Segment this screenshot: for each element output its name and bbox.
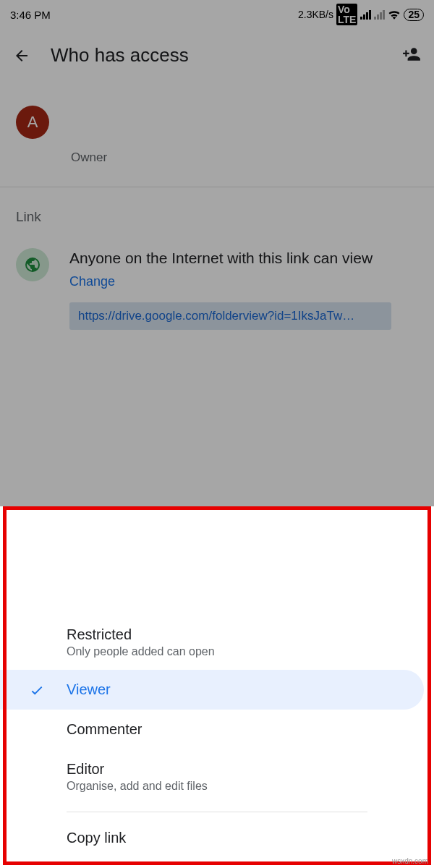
- status-time: 3:46 PM: [10, 9, 51, 21]
- option-title: Viewer: [67, 681, 408, 698]
- person-add-icon: [402, 45, 421, 64]
- copy-link-button[interactable]: Copy link: [0, 818, 434, 858]
- option-subtitle: Organise, add and edit files: [67, 780, 418, 793]
- copy-link-label: Copy link: [67, 830, 418, 846]
- owner-role: Owner: [71, 150, 418, 165]
- option-commenter[interactable]: Commenter: [0, 710, 434, 749]
- access-page: 3:46 PM 2.3KB/s VoLTE 25 Who has access …: [0, 0, 434, 506]
- link-row: Anyone on the Internet with this link ca…: [0, 225, 434, 330]
- option-editor[interactable]: Editor Organise, add and edit files: [0, 749, 434, 804]
- link-description: Anyone on the Internet with this link ca…: [69, 248, 391, 268]
- sheet-divider: [67, 812, 367, 812]
- option-restricted[interactable]: Restricted Only people added can open: [0, 615, 434, 670]
- owner-name-redacted: [71, 101, 273, 146]
- link-section-label: Link: [0, 187, 434, 225]
- watermark: wsxdn.com: [392, 857, 428, 865]
- app-bar: Who has access: [0, 28, 434, 84]
- globe-icon-wrap: [16, 248, 49, 281]
- check-icon: [29, 682, 45, 698]
- owner-info: Owner: [71, 101, 418, 165]
- option-title: Restricted: [67, 626, 418, 643]
- wifi-icon: [388, 9, 401, 20]
- signal-icon: [360, 9, 371, 20]
- link-info: Anyone on the Internet with this link ca…: [69, 248, 391, 330]
- volte-icon: VoLTE: [336, 4, 357, 25]
- arrow-left-icon: [13, 46, 30, 65]
- battery-icon: 25: [404, 9, 424, 21]
- status-bar: 3:46 PM 2.3KB/s VoLTE 25: [0, 0, 434, 28]
- add-person-button[interactable]: [402, 45, 421, 67]
- network-speed: 2.3KB/s: [298, 9, 333, 20]
- globe-icon: [24, 256, 41, 273]
- owner-avatar: A: [16, 106, 49, 139]
- page-title: Who has access: [51, 44, 382, 67]
- option-title: Commenter: [67, 721, 418, 738]
- back-button[interactable]: [13, 47, 30, 64]
- access-bottom-sheet: Restricted Only people added can open Vi…: [0, 589, 434, 868]
- option-viewer[interactable]: Viewer: [0, 670, 424, 710]
- option-title: Editor: [67, 761, 418, 778]
- owner-row: A Owner: [0, 84, 434, 187]
- option-subtitle: Only people added can open: [67, 645, 418, 658]
- status-right: 2.3KB/s VoLTE 25: [298, 4, 424, 25]
- share-url[interactable]: https://drive.google.com/folderview?id=1…: [69, 302, 391, 330]
- signal-icon-2: [374, 9, 385, 20]
- change-link[interactable]: Change: [69, 274, 115, 289]
